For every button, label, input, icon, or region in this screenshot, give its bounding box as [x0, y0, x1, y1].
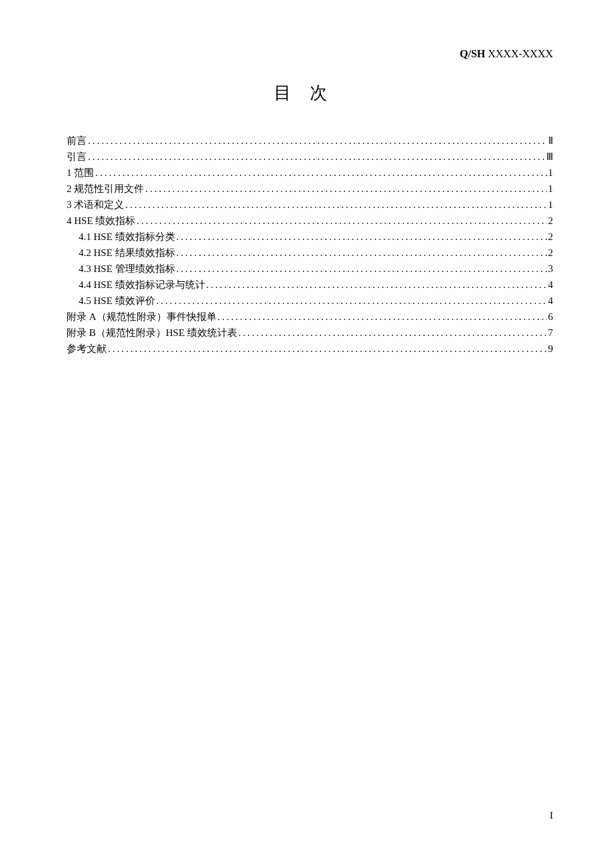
- toc-leader-dots: [145, 181, 546, 197]
- toc-entry-page: 3: [548, 261, 554, 277]
- toc-entry: 引言Ⅲ: [67, 149, 553, 165]
- code-prefix: Q/SH: [460, 48, 485, 59]
- toc-leader-dots: [125, 197, 546, 213]
- toc-entry-label: 4.1 HSE 绩效指标分类: [79, 229, 175, 245]
- toc-leader-dots: [177, 261, 547, 277]
- toc-leader-dots: [108, 341, 547, 357]
- toc-entry-label: 引言: [67, 149, 87, 165]
- toc-entry-page: 4: [548, 277, 554, 293]
- toc-entry-label: 4.5 HSE 绩效评价: [79, 293, 155, 309]
- toc-entry-label: 4.2 HSE 结果绩效指标: [79, 245, 175, 261]
- document-code: Q/SH XXXX-XXXX: [460, 48, 553, 60]
- toc-entry: 4.3 HSE 管理绩效指标 3: [67, 261, 553, 277]
- toc-entry: 1 范围1: [67, 165, 553, 181]
- toc-entry-page: Ⅲ: [546, 149, 553, 165]
- toc-leader-dots: [218, 309, 547, 325]
- toc-entry: 4.5 HSE 绩效评价 4: [67, 293, 553, 309]
- toc-entry-label: 3 术语和定义: [67, 197, 124, 213]
- toc-entry-page: 1: [548, 197, 554, 213]
- toc-entry-label: 附录 B（规范性附录）HSE 绩效统计表: [67, 325, 237, 341]
- table-of-contents: 前言Ⅱ引言Ⅲ1 范围12 规范性引用文件13 术语和定义14 HSE 绩效指标 …: [67, 133, 553, 357]
- toc-leader-dots: [95, 165, 546, 181]
- toc-entry-page: Ⅱ: [548, 133, 553, 149]
- toc-entry: 参考文献9: [67, 341, 553, 357]
- toc-leader-dots: [88, 149, 545, 165]
- toc-leader-dots: [177, 245, 547, 261]
- toc-entry: 4.2 HSE 结果绩效指标 2: [67, 245, 553, 261]
- toc-entry-label: 4.4 HSE 绩效指标记录与统计: [79, 277, 205, 293]
- code-suffix: XXXX-XXXX: [485, 48, 553, 59]
- toc-entry: 附录 B（规范性附录）HSE 绩效统计表7: [67, 325, 553, 341]
- toc-title: 目次: [67, 81, 553, 105]
- toc-entry-page: 6: [548, 309, 554, 325]
- toc-entry-page: 2: [548, 229, 554, 245]
- toc-entry-page: 4: [548, 293, 554, 309]
- toc-entry-page: 2: [548, 213, 554, 229]
- toc-entry: 3 术语和定义1: [67, 197, 553, 213]
- toc-entry-label: 4 HSE 绩效指标: [67, 213, 135, 229]
- page: Q/SH XXXX-XXXX 目次 前言Ⅱ引言Ⅲ1 范围12 规范性引用文件13…: [0, 0, 613, 868]
- page-number: I: [550, 810, 553, 821]
- toc-entry-page: 7: [548, 325, 554, 341]
- toc-leader-dots: [177, 229, 547, 245]
- toc-entry-label: 4.3 HSE 管理绩效指标: [79, 261, 175, 277]
- toc-entry-label: 附录 A（规范性附录）事件快报单: [67, 309, 217, 325]
- toc-leader-dots: [157, 293, 547, 309]
- toc-entry: 前言Ⅱ: [67, 133, 553, 149]
- toc-entry: 4.4 HSE 绩效指标记录与统计 4: [67, 277, 553, 293]
- toc-entry: 4 HSE 绩效指标 2: [67, 213, 553, 229]
- toc-leader-dots: [239, 325, 547, 341]
- toc-entry: 2 规范性引用文件1: [67, 181, 553, 197]
- toc-entry-label: 1 范围: [67, 165, 94, 181]
- toc-entry-page: 2: [548, 245, 554, 261]
- toc-leader-dots: [88, 133, 547, 149]
- toc-entry-label: 前言: [67, 133, 87, 149]
- toc-entry-page: 9: [548, 341, 554, 357]
- toc-leader-dots: [207, 277, 547, 293]
- toc-entry: 4.1 HSE 绩效指标分类 2: [67, 229, 553, 245]
- toc-entry-label: 参考文献: [67, 341, 107, 357]
- toc-entry-page: 1: [548, 181, 554, 197]
- toc-entry: 附录 A（规范性附录）事件快报单 6: [67, 309, 553, 325]
- toc-entry-label: 2 规范性引用文件: [67, 181, 144, 197]
- toc-leader-dots: [137, 213, 546, 229]
- toc-entry-page: 1: [548, 165, 554, 181]
